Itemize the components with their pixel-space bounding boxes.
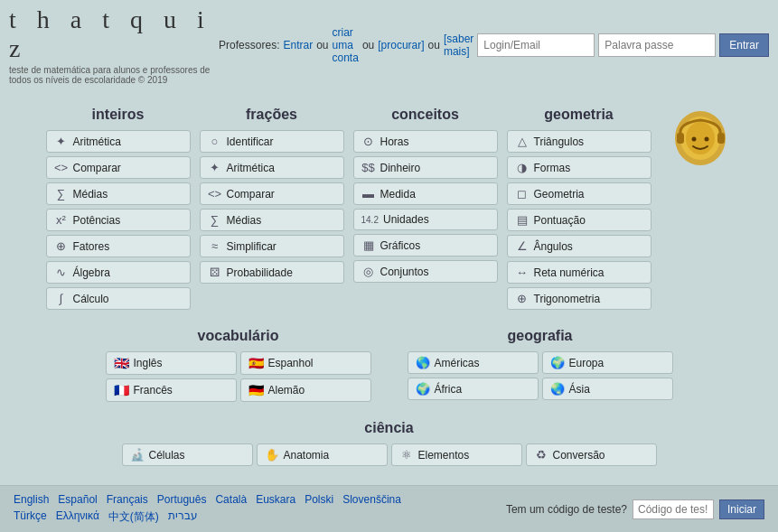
- medias-icon: ∑: [54, 187, 69, 201]
- geometria-pontuacao[interactable]: ▤ Pontuação: [507, 209, 651, 231]
- lang-turkce[interactable]: Türkçe: [14, 509, 47, 525]
- geometria-reta[interactable]: ↔ Reta numérica: [507, 261, 651, 284]
- password-input[interactable]: [598, 33, 716, 57]
- inteiros-algebra-label: Álgebra: [73, 266, 110, 279]
- geometria-angulos[interactable]: ∠ Ângulos: [507, 235, 651, 257]
- inteiros-medias[interactable]: ∑ Médias: [46, 182, 191, 205]
- code-input[interactable]: [633, 499, 714, 519]
- auth-more-link[interactable]: [saber mais]: [444, 33, 473, 58]
- lang-espanol[interactable]: Español: [58, 493, 97, 506]
- svg-point-5: [692, 136, 697, 141]
- conceitos-conjuntos[interactable]: ◎ Conjuntos: [353, 260, 498, 283]
- ciencia-title: ciência: [364, 420, 413, 436]
- auth-search-link[interactable]: [procurar]: [378, 39, 424, 51]
- triangulos-icon: △: [515, 135, 530, 148]
- geometria-formas[interactable]: ◑ Formas: [507, 156, 651, 179]
- enter-button[interactable]: Entrar: [719, 33, 769, 57]
- auth-login-link[interactable]: Entrar: [283, 39, 313, 51]
- ciencia-conversao-label: Conversão: [553, 449, 605, 462]
- vocab-espanhol[interactable]: 🇪🇸 Espanhol: [240, 351, 371, 375]
- geometria-trigonometria[interactable]: ⊕ Trigonometria: [507, 287, 651, 310]
- vocab-frances-label: Francês: [134, 384, 173, 397]
- fracoes-identificar[interactable]: ○ Identificar: [200, 130, 344, 153]
- inteiros-comparar[interactable]: <> Comparar: [46, 156, 191, 179]
- svg-rect-3: [677, 133, 684, 144]
- asia-icon: 🌏: [550, 382, 565, 396]
- main-content: inteiros ✦ Aritmética <> Comparar ∑ Médi…: [0, 89, 778, 502]
- conversao-icon: ♻: [534, 448, 548, 462]
- fracoes-probabilidade[interactable]: ⚄ Probabilidade: [200, 261, 344, 284]
- fracoes-probabilidade-label: Probabilidade: [227, 266, 293, 279]
- inteiros-aritmetica[interactable]: ✦ Aritmética: [46, 130, 191, 153]
- lang-polski[interactable]: Polski: [305, 493, 333, 506]
- vocab-ingles[interactable]: 🇬🇧 Inglês: [106, 351, 237, 375]
- inteiros-fatores[interactable]: ⊕ Fatores: [46, 235, 191, 257]
- lang-euskara[interactable]: Euskara: [256, 493, 295, 506]
- aritmetica-icon: ✦: [54, 135, 69, 148]
- iniciar-button[interactable]: Iniciar: [719, 499, 764, 519]
- ciencia-celulas[interactable]: 🔬 Células: [122, 443, 253, 466]
- category-conceitos: conceitos ⊙ Horas $$ Dinheiro ▬ Medida 1…: [353, 107, 498, 283]
- geo-asia[interactable]: 🌏 Ásia: [542, 378, 673, 400]
- fracoes-aritmetica[interactable]: ✦ Aritmética: [200, 156, 344, 179]
- geo-americas[interactable]: 🌎 Américas: [408, 351, 539, 374]
- lang-chinese[interactable]: 中文(简体): [108, 509, 159, 525]
- anatomia-icon: ✋: [265, 448, 279, 462]
- geo-europa[interactable]: 🌍 Europa: [542, 351, 673, 374]
- conceitos-conjuntos-label: Conjuntos: [380, 266, 429, 278]
- lang-francais[interactable]: Français: [107, 493, 148, 506]
- svg-point-6: [705, 136, 709, 141]
- ciencia-conversao[interactable]: ♻ Conversão: [526, 443, 657, 466]
- lang-hebrew[interactable]: עברית: [168, 509, 198, 525]
- formas-icon: ◑: [515, 161, 530, 174]
- header: t h a t q u i z teste de matemática para…: [0, 0, 778, 89]
- geo-africa[interactable]: 🌍 África: [408, 378, 539, 400]
- fracoes-medias[interactable]: ∑ Médias: [200, 209, 344, 231]
- login-input[interactable]: [477, 33, 595, 57]
- inteiros-items: ✦ Aritmética <> Comparar ∑ Médias x² Pot…: [46, 130, 191, 310]
- fracoes-comparar[interactable]: <> Comparar: [200, 182, 344, 205]
- conceitos-medida[interactable]: ▬ Medida: [353, 182, 498, 205]
- geo-col-2: 🌍 Europa 🌏 Ásia: [542, 351, 673, 400]
- ciencia-elementos-label: Elementos: [418, 449, 470, 462]
- lang-portugues[interactable]: Português: [157, 493, 207, 506]
- angulos-icon: ∠: [515, 239, 530, 253]
- ciencia-anatomia[interactable]: ✋ Anatomia: [257, 443, 388, 466]
- inteiros-potencias[interactable]: x² Potências: [46, 209, 191, 231]
- lang-slovenscina[interactable]: Slovenščina: [342, 493, 401, 506]
- vocab-col-2: 🇪🇸 Espanhol 🇩🇪 Alemão: [240, 351, 371, 402]
- vocab-alemao[interactable]: 🇩🇪 Alemão: [240, 378, 371, 402]
- reta-icon: ↔: [515, 266, 530, 279]
- vocab-frances[interactable]: 🇫🇷 Francês: [106, 378, 237, 402]
- inteiros-algebra[interactable]: ∿ Álgebra: [46, 261, 191, 284]
- vocab-ingles-label: Inglês: [134, 357, 163, 369]
- geometria-geometria[interactable]: ◻ Geometria: [507, 182, 651, 205]
- conceitos-graficos[interactable]: ▦ Gráficos: [353, 234, 498, 257]
- inteiros-calculo-label: Cálculo: [73, 293, 109, 305]
- conceitos-unidades[interactable]: 14.2 Unidades: [353, 209, 498, 230]
- fracoes-identificar-label: Identificar: [227, 135, 274, 148]
- fracoes-medias-label: Médias: [227, 214, 262, 227]
- logo-area: t h a t q u i z teste de matemática para…: [9, 5, 219, 85]
- auth-or1: ou: [316, 39, 328, 51]
- footer-right: Tem um código de teste? Iniciar: [506, 499, 764, 519]
- fracoes-aritmetica-icon: ✦: [208, 161, 222, 174]
- conceitos-dinheiro[interactable]: $$ Dinheiro: [353, 156, 498, 179]
- conceitos-horas[interactable]: ⊙ Horas: [353, 130, 498, 153]
- auth-create-link[interactable]: criar uma conta: [333, 26, 359, 64]
- inteiros-title: inteiros: [92, 107, 145, 123]
- ciencia-elementos[interactable]: ⚛ Elementos: [391, 443, 522, 466]
- geo-col-1: 🌎 Américas 🌍 África: [408, 351, 539, 400]
- conceitos-dinheiro-label: Dinheiro: [380, 162, 421, 174]
- geometria-triangulos[interactable]: △ Triângulos: [507, 130, 651, 153]
- fracoes-simplificar[interactable]: ≈ Simplificar: [200, 235, 344, 257]
- lang-catala[interactable]: Català: [215, 493, 247, 506]
- lang-english[interactable]: English: [14, 493, 49, 506]
- category-fracoes: frações ○ Identificar ✦ Aritmética <> Co…: [200, 107, 344, 284]
- geometria-formas-label: Formas: [534, 162, 571, 174]
- geografia-items: 🌎 Américas 🌍 África 🌍 Europa 🌏: [408, 351, 673, 400]
- lang-greek[interactable]: Ελληνικά: [56, 509, 99, 525]
- auth-area: Professores: Entrar ou criar uma conta o…: [219, 26, 769, 64]
- horas-icon: ⊙: [361, 135, 376, 148]
- inteiros-calculo[interactable]: ∫ Cálculo: [46, 287, 191, 310]
